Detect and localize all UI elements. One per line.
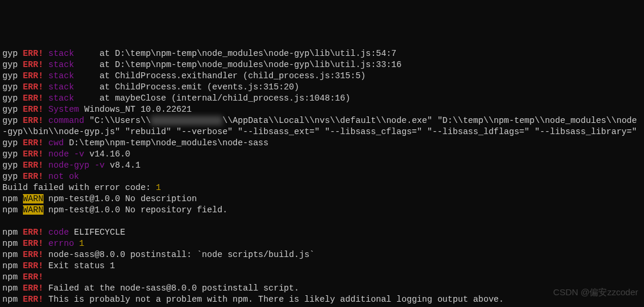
terminal-line [2,216,642,227]
terminal-line: gyp ERR! not ok [2,171,642,182]
terminal-output: gyp ERR! stack at D:\temp\npm-temp\node_… [2,48,642,307]
terminal-line: gyp ERR! stack at ChildProcess.emit (eve… [2,82,642,93]
terminal-line: gyp ERR! command "C:\\Users\\XXXXXXXXXXX… [2,115,642,138]
obscured-text: XXXXXXXXXXXXXX [151,116,222,125]
terminal-line: npm ERR! [2,272,642,283]
terminal-line: Build failed with error code: 1 [2,182,642,193]
terminal-line: gyp ERR! stack at maybeClose (internal/c… [2,93,642,104]
terminal-line: npm WARN npm-test@1.0.0 No description [2,193,642,205]
terminal-line: gyp ERR! stack at ChildProcess.exithandl… [2,71,642,82]
terminal-line: gyp ERR! System Windows_NT 10.0.22621 [2,104,642,115]
terminal-line: npm ERR! Exit status 1 [2,261,642,272]
terminal-line: npm WARN npm-test@1.0.0 No repository fi… [2,205,642,216]
terminal-line: npm ERR! node-sass@8.0.0 postinstall: `n… [2,249,642,261]
terminal-line: gyp ERR! stack at D:\temp\npm-temp\node_… [2,48,642,59]
terminal-line: npm ERR! This is probably not a problem … [2,294,642,305]
terminal-line: gyp ERR! node -v v14.16.0 [2,149,642,160]
terminal-line: npm ERR! code ELIFECYCLE [2,227,642,238]
terminal-line: gyp ERR! cwd D:\temp\npm-temp\node_modul… [2,138,642,149]
terminal-line: npm ERR! Failed at the node-sass@8.0.0 p… [2,283,642,294]
terminal-line: npm ERR! errno 1 [2,238,642,249]
terminal-line: gyp ERR! node-gyp -v v8.4.1 [2,160,642,171]
terminal-line: gyp ERR! stack at D:\temp\npm-temp\node_… [2,59,642,71]
